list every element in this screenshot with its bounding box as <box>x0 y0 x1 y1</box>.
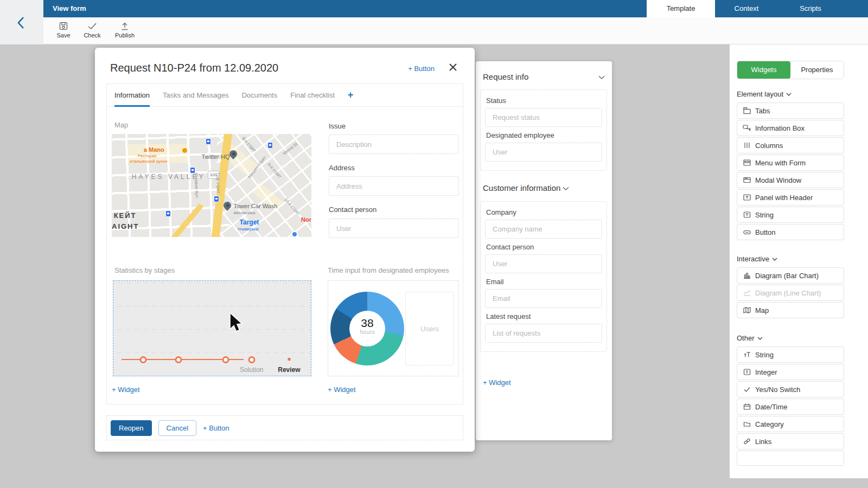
widget-item-information-box[interactable]: Information Box <box>737 120 844 136</box>
map-icon <box>743 306 751 314</box>
latest-request-field-label: Latest request <box>486 312 602 320</box>
line-chart-icon <box>743 289 751 297</box>
stage-point-dot <box>288 358 290 361</box>
transit-icon <box>190 167 195 174</box>
stage-point-marker <box>222 356 229 363</box>
customer-information-header[interactable]: Customer information <box>483 183 569 192</box>
tab-widgets[interactable]: Widgets <box>737 61 790 79</box>
stats-line-chart[interactable]: SolutionReview <box>113 280 311 376</box>
save-label: Save <box>48 32 79 38</box>
form-tab-final-checklist[interactable]: Final checklist <box>290 84 335 107</box>
publish-label: Publish <box>110 32 140 38</box>
contact-person-input[interactable]: User <box>329 219 459 238</box>
add-widget-link-panel[interactable]: + Widget <box>483 378 511 387</box>
issue-field-label: Issue <box>329 122 346 130</box>
designated-employee-input[interactable]: User <box>485 143 602 162</box>
widget-item-links[interactable]: Links <box>737 433 844 450</box>
form-title: Request N10-P24 from 12.09.2020 <box>110 62 278 74</box>
save-button[interactable]: Save <box>48 21 79 38</box>
add-footer-button-link[interactable]: + Button <box>203 424 229 432</box>
address-input[interactable]: Address <box>329 176 459 196</box>
restaurant-poi-icon <box>182 147 188 153</box>
element-layout-rows: Tabs Information Box Columns Menu with F… <box>737 102 844 241</box>
section-other[interactable]: Other <box>737 334 763 342</box>
contact-person2-input[interactable]: User <box>485 254 602 273</box>
add-widget-link-right[interactable]: + Widget <box>328 386 356 394</box>
widget-item-string-layout[interactable]: String <box>737 207 844 223</box>
chevron-down-icon <box>786 90 792 98</box>
save-icon <box>48 21 79 31</box>
widget-item-map[interactable]: Map <box>737 302 844 318</box>
string-box-icon <box>743 211 751 219</box>
info-panel-card: Request info Status Request status Desig… <box>476 61 612 440</box>
chevron-down-icon <box>757 334 763 342</box>
other-title: Other <box>737 334 755 342</box>
section-element-layout[interactable]: Element layout <box>737 90 792 98</box>
map-street-grid <box>112 134 230 237</box>
tab-scripts[interactable]: Scripts <box>778 0 843 17</box>
map-widget[interactable]: a Mano Ресторан итальянской кухни Twitte… <box>112 134 311 237</box>
top-bar: View form Template Context Scripts <box>43 0 868 17</box>
contact-person-field-label: Contact person <box>329 206 376 214</box>
time-chart-label: Time input from designated employees <box>328 266 449 274</box>
form-tabbar: Information Tasks and Messages Documents… <box>107 84 463 107</box>
form-tab-tasks-messages[interactable]: Tasks and Messages <box>163 84 228 107</box>
interactive-title: Interactive <box>737 255 769 263</box>
address-field-label: Address <box>329 164 355 172</box>
widget-item-panel-with-header[interactable]: Panel with Header <box>737 189 844 206</box>
map-restaurant-label: a Mano <box>144 146 164 153</box>
top-left-corner <box>0 0 43 44</box>
donut-value: 38 <box>349 317 385 330</box>
page-title: View form <box>53 4 86 12</box>
request-info-header[interactable]: Request info <box>483 72 605 81</box>
section-interactive[interactable]: Interactive <box>737 255 777 263</box>
widget-item-integer[interactable]: Integer <box>737 364 844 380</box>
other-rows: String Integer Yes/No Switch Date/Time C… <box>737 346 844 467</box>
map-carwash-label: Tower Car Wash <box>233 203 277 209</box>
modal-window-icon <box>743 176 751 184</box>
widget-item-columns[interactable]: Columns <box>737 137 844 153</box>
map-street-grid-diagonal <box>217 134 311 237</box>
form-tab-information[interactable]: Information <box>114 84 150 107</box>
tab-template[interactable]: Template <box>647 0 715 17</box>
back-button[interactable] <box>13 14 30 31</box>
widget-item-modal-window[interactable]: Modal Window <box>737 172 844 188</box>
sidebar-tabs: Widgets Properties <box>737 61 844 79</box>
widget-item-string-other[interactable]: String <box>737 346 844 363</box>
tab-context[interactable]: Context <box>715 0 778 17</box>
chevron-down-icon <box>598 72 605 81</box>
add-header-button-link[interactable]: + Button <box>408 65 435 73</box>
company-input[interactable]: Company name <box>485 220 602 239</box>
widget-item-tabs[interactable]: Tabs <box>737 102 844 119</box>
status-field-label: Status <box>486 97 602 105</box>
chevron-down-icon <box>563 183 569 192</box>
widget-item-diagram-bar-chart[interactable]: Diagram (Bar Chart) <box>737 267 844 284</box>
form-tab-documents[interactable]: Documents <box>241 84 277 107</box>
transit-icon <box>214 196 219 202</box>
latest-request-input[interactable]: List of requests <box>485 324 602 343</box>
widget-item-button[interactable]: Button <box>737 224 844 240</box>
switch-check-icon <box>743 386 751 393</box>
status-input[interactable]: Request status <box>485 108 602 127</box>
add-tab-icon[interactable]: + <box>348 89 354 101</box>
issue-input[interactable]: Description <box>329 134 459 154</box>
email-input[interactable]: Email <box>485 289 602 308</box>
close-icon[interactable] <box>449 63 458 73</box>
request-info-group: Status Request status Designated employe… <box>480 89 607 171</box>
check-button[interactable]: Check <box>77 21 107 38</box>
widget-item-category[interactable]: Category <box>737 416 844 432</box>
map-target-sub: Универмаг <box>238 227 259 232</box>
cancel-button[interactable]: Cancel <box>158 420 196 436</box>
time-donut-widget[interactable]: 38 hours Users <box>328 280 459 376</box>
publish-button[interactable]: Publish <box>110 21 140 38</box>
widgets-sidebar: Widgets Properties Element layout Tabs I… <box>730 44 868 478</box>
add-widget-link-left[interactable]: + Widget <box>112 386 140 394</box>
form-footer: Reopen Cancel + Button <box>106 415 463 440</box>
tab-properties[interactable]: Properties <box>790 61 844 79</box>
widget-item-yes-no-switch[interactable]: Yes/No Switch <box>737 381 844 397</box>
widget-item-menu-with-form[interactable]: Menu with Form <box>737 155 844 171</box>
customer-information-title: Customer information <box>483 183 560 192</box>
widget-item-date-time[interactable]: Date/Time <box>737 399 844 415</box>
reopen-button[interactable]: Reopen <box>111 420 152 436</box>
interactive-rows: Diagram (Bar Chart) Diagram (Line Chart)… <box>737 267 844 319</box>
